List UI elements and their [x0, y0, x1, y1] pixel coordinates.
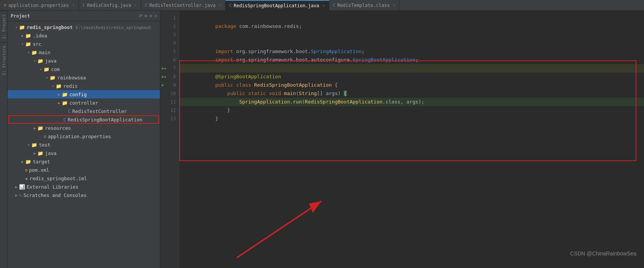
close-icon[interactable]: ✕	[154, 13, 157, 18]
java-test-folder-icon: 📁	[37, 150, 43, 156]
resources-folder-icon: 📁	[37, 125, 43, 131]
target-folder-icon: 📁	[25, 159, 31, 165]
tree-item-external-libraries[interactable]: ▶ 📊 External Libraries	[8, 182, 160, 191]
tab-close-icon[interactable]: ✕	[219, 3, 221, 7]
app-class-file-icon: C	[63, 117, 66, 123]
tree-item-controller[interactable]: ▶ 📁 controller	[8, 98, 160, 107]
tree-item-com[interactable]: ▾ 📁 com	[8, 65, 160, 73]
line-num-12: 12	[160, 106, 179, 115]
code-line-12: }	[179, 106, 644, 115]
expand-arrow: ▾	[38, 67, 43, 71]
ext-libs-icon: 📊	[19, 184, 25, 190]
project-header-title: Project	[11, 13, 137, 19]
properties-icon: ≡	[4, 3, 6, 8]
expand-arrow: ▾	[26, 50, 31, 55]
expand-arrow: ▶	[32, 151, 37, 155]
java-icon: C	[83, 3, 85, 8]
tree-item-java[interactable]: ▾ 📁 java	[8, 57, 160, 65]
editor-area: 1 2 3 4 5 6 ▶ ▶ 7 ▶ ▶	[160, 11, 644, 268]
line-num-13: 13	[160, 115, 179, 123]
tab-redis-config[interactable]: C RedisConfig.java ✕	[79, 0, 141, 10]
tab-redis-test-controller[interactable]: C RedisTestController.java ✕	[141, 0, 225, 10]
expand-arrow: ▾	[26, 143, 31, 147]
expand-arrow: ▶	[32, 126, 37, 130]
tab-close-icon[interactable]: ✕	[323, 3, 325, 8]
java-icon: C	[145, 3, 148, 8]
config-folder-icon: 📁	[62, 92, 68, 97]
controller-folder-icon: 📁	[62, 100, 68, 106]
class-icon: C	[333, 3, 336, 8]
tab-redis-spring-boot-application[interactable]: C RedisSpringBootApplication.java ✕	[225, 0, 329, 10]
code-line-4: import org.springframework.boot.SpringAp…	[179, 39, 644, 47]
run-gutter-icon-2[interactable]: ▶	[164, 64, 166, 73]
expand-arrow: ▶	[20, 160, 25, 164]
tree-item-pom-xml[interactable]: m pom.xml	[8, 166, 160, 174]
settings-icon[interactable]: ⚙	[150, 13, 152, 18]
tree-item-rainbowsea[interactable]: ▾ 📁 rainbowsea	[8, 73, 160, 82]
tree-item-redis[interactable]: ▾ 📁 redis	[8, 82, 160, 90]
scratches-icon: ✎	[19, 192, 22, 198]
java-folder-icon: 📁	[37, 58, 43, 64]
tab-application-properties[interactable]: ≡ application.properties ✕	[0, 0, 79, 10]
tree-item-config[interactable]: ▶ 📁 config	[8, 90, 160, 98]
class-file-icon: C	[68, 108, 71, 114]
tree-item-redis-springboot[interactable]: ▾ 📁 redis_springboot E:\Java\Redis\redis…	[8, 23, 160, 31]
tree-item-main[interactable]: ▾ 📁 main	[8, 48, 160, 57]
project-panel: Project ⟳ ⊟ ⚙ ✕ ▾ 📁 redis_springboot E:\…	[8, 11, 160, 268]
run-gutter-icon[interactable]: ▶	[162, 64, 164, 73]
tree-item-idea[interactable]: ▶ 📁 .idea	[8, 31, 160, 40]
properties-file-icon: ≡	[43, 134, 47, 139]
editor-content: 1 2 3 4 5 6 ▶ ▶ 7 ▶ ▶	[160, 11, 644, 268]
line-num-9: ▶ 9	[160, 81, 179, 89]
expand-arrow: ▶	[20, 34, 25, 38]
code-line-3	[179, 31, 644, 39]
structure-tab[interactable]: 2: Structure	[0, 42, 7, 78]
tree-item-src[interactable]: ▾ 📁 src	[8, 40, 160, 48]
tab-close-icon[interactable]: ✕	[135, 3, 137, 7]
tree-item-test[interactable]: ▾ 📁 test	[8, 140, 160, 149]
tab-bar: ≡ application.properties ✕ C RedisConfig…	[0, 0, 644, 11]
test-folder-icon: 📁	[31, 142, 37, 148]
tab-close-icon[interactable]: ✕	[393, 3, 395, 7]
src-folder-icon: 📁	[25, 41, 31, 47]
tab-close-icon[interactable]: ✕	[72, 3, 75, 7]
sync-icon[interactable]: ⟳	[139, 13, 142, 18]
expand-arrow: ▾	[32, 59, 37, 63]
tree-item-java-test[interactable]: ▶ 📁 java	[8, 149, 160, 157]
run-gutter-icon[interactable]: ▶	[162, 73, 164, 81]
tree-item-redis-test-controller[interactable]: C RedisTestController	[8, 107, 160, 115]
module-icon: 📁	[19, 24, 25, 30]
tree-item-scratches[interactable]: ▶ ✎ Scratches and Consoles	[8, 191, 160, 199]
file-tree: ▾ 📁 redis_springboot E:\Java\Redis\redis…	[8, 21, 160, 268]
project-tab[interactable]: 1: Project	[0, 11, 7, 42]
code-panel[interactable]: package com.rainbowsea.redis; import org…	[179, 11, 644, 268]
expand-arrow: ▾	[50, 84, 56, 88]
expand-arrow: ▶	[56, 101, 62, 105]
line-num-3: 3	[160, 31, 179, 39]
code-line-7: @SpringBootApplication	[179, 64, 644, 73]
main-folder-icon: 📁	[31, 50, 37, 55]
tree-item-app-properties[interactable]: ≡ application.properties	[8, 132, 160, 140]
project-panel-header: Project ⟳ ⊟ ⚙ ✕	[8, 11, 160, 21]
com-folder-icon: 📁	[43, 66, 50, 72]
tab-redis-template-class[interactable]: C RedisTemplate.class ✕	[329, 0, 400, 10]
run-gutter-icon-2[interactable]: ▶	[164, 73, 166, 81]
idea-folder-icon: 📁	[25, 33, 31, 39]
tree-item-target[interactable]: ▶ 📁 target	[8, 157, 160, 166]
line-num-2: 2	[160, 22, 179, 31]
line-num-6: 6	[160, 56, 179, 64]
main-area: 1: Project 2: Structure Project ⟳ ⊟ ⚙ ✕ …	[0, 11, 644, 268]
tree-item-resources[interactable]: ▶ 📁 resources	[8, 124, 160, 132]
code-line-13	[179, 115, 644, 123]
collapse-icon[interactable]: ⊟	[145, 13, 147, 18]
redis-folder-icon: 📁	[56, 83, 62, 89]
expand-arrow: ▶	[56, 92, 62, 97]
svg-line-1	[237, 201, 322, 258]
expand-arrow: ▶	[14, 185, 19, 189]
tree-item-iml[interactable]: ▪ redis_springboot.iml	[8, 174, 160, 182]
run-gutter-icon[interactable]: ▶	[162, 81, 164, 89]
expand-arrow: ▾	[44, 76, 50, 80]
line-num-8: ▶ ▶ 8	[160, 73, 179, 81]
tree-item-redis-spring-boot-app[interactable]: C RedisSpringBootApplication	[8, 115, 159, 124]
line-num-10: 10	[160, 89, 179, 98]
